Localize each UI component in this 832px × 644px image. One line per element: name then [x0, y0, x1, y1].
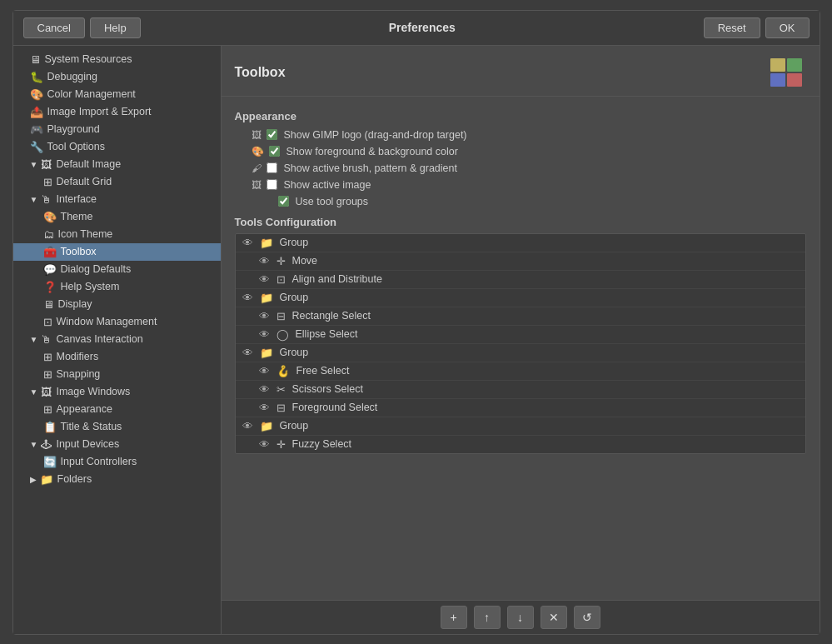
- tool-row-group-2[interactable]: 👁 📁 Group: [236, 289, 805, 307]
- sidebar-item-snapping[interactable]: ⊞ Snapping: [13, 366, 221, 383]
- vis-icon-move: 👁: [259, 255, 270, 267]
- sidebar-item-help-system[interactable]: ❓ Help System: [13, 278, 221, 296]
- folder-icon-group3: 📁: [260, 347, 273, 359]
- main-panel: Toolbox Appearance 🖼 Show GIMP logo (dra…: [222, 46, 820, 634]
- sidebar-item-icon-theme[interactable]: 🗂 Icon Theme: [13, 226, 221, 243]
- titlebar: Cancel Help Preferences Reset OK: [13, 11, 820, 46]
- image-windows-arrow: ▼: [30, 387, 38, 397]
- delete-tool-button[interactable]: ✕: [541, 606, 567, 629]
- tool-row-align[interactable]: 👁 ⊡ Align and Distribute: [236, 271, 805, 289]
- snapping-icon: ⊞: [43, 368, 52, 381]
- show-fg-bg-checkbox[interactable]: [269, 146, 280, 157]
- show-gimp-logo-checkbox[interactable]: [267, 129, 277, 140]
- playground-icon: 🎮: [30, 123, 43, 136]
- titlebar-right-buttons: Reset OK: [704, 17, 810, 38]
- tool-row-move[interactable]: 👁 ✛ Move: [236, 252, 805, 271]
- tool-row-ellipse-select[interactable]: 👁 ◯ Ellipse Select: [236, 326, 805, 344]
- sidebar-item-debugging[interactable]: 🐛 Debugging: [13, 68, 221, 86]
- sidebar-item-playground[interactable]: 🎮 Playground: [13, 121, 221, 138]
- reset-tools-button[interactable]: ↺: [574, 606, 600, 629]
- show-active-brush-checkbox[interactable]: [267, 162, 277, 173]
- folder-icon-group2: 📁: [260, 292, 273, 304]
- tool-row-free-select[interactable]: 👁 🪝 Free Select: [236, 362, 805, 381]
- show-fg-bg-label: Show foreground & background color: [286, 146, 458, 157]
- tool-row-rect-select[interactable]: 👁 ⊟ Rectangle Select: [236, 307, 805, 326]
- sidebar-item-dialog-defaults[interactable]: 💬 Dialog Defaults: [13, 261, 221, 278]
- tool-row-group-4[interactable]: 👁 📁 Group: [236, 417, 805, 436]
- show-gimp-logo-row: 🖼 Show GIMP logo (drag-and-drop target): [235, 129, 806, 141]
- show-active-image-pre-icon: 🖼: [252, 179, 262, 191]
- tool-row-foreground-select[interactable]: 👁 ⊟ Foreground Select: [236, 399, 805, 417]
- sidebar-item-canvas-interaction[interactable]: ▼ 🖱 Canvas Interaction: [13, 331, 221, 348]
- tool-name-group1: Group: [280, 237, 309, 248]
- show-active-image-checkbox[interactable]: [267, 179, 277, 190]
- toolbox-icon: 🧰: [43, 246, 57, 258]
- title-status-icon: 📋: [43, 421, 57, 433]
- sidebar-item-display[interactable]: 🖥 Display: [13, 296, 221, 313]
- tool-name-ellipse-select: Ellipse Select: [296, 328, 358, 340]
- tool-row-group-3[interactable]: 👁 📁 Group: [236, 344, 805, 362]
- toolbox-panel-icon: [766, 56, 806, 89]
- reset-button[interactable]: Reset: [704, 17, 760, 38]
- sidebar-item-input-devices[interactable]: ▼ 🕹 Input Devices: [13, 436, 221, 453]
- tool-name-align: Align and Distribute: [292, 273, 382, 285]
- interface-icon: 🖱: [41, 193, 52, 206]
- show-active-brush-label: Show active brush, pattern & gradient: [284, 162, 457, 174]
- sidebar-item-modifiers[interactable]: ⊞ Modifiers: [13, 348, 221, 366]
- sidebar-item-window-management[interactable]: ⊡ Window Management: [13, 313, 221, 331]
- sidebar-item-tool-options[interactable]: 🔧 Tool Options: [13, 138, 221, 156]
- sidebar-item-default-image[interactable]: ▼ 🖼 Default Image: [13, 156, 221, 173]
- sidebar-item-toolbox[interactable]: 🧰 Toolbox: [13, 243, 221, 261]
- tool-row-group-1[interactable]: 👁 📁 Group: [236, 234, 805, 252]
- ellipse-select-icon: ◯: [277, 328, 289, 341]
- sidebar-item-theme[interactable]: 🎨 Theme: [13, 208, 221, 226]
- sidebar-item-system-resources[interactable]: 🖥 System Resources: [13, 51, 221, 68]
- content-area: 🖥 System Resources 🐛 Debugging 🎨 Color M…: [13, 46, 820, 634]
- tool-name-move: Move: [292, 255, 318, 267]
- tool-row-scissors-select[interactable]: 👁 ✂ Scissors Select: [236, 381, 805, 399]
- bottom-toolbar: + ↑ ↓ ✕ ↺: [222, 600, 820, 634]
- vis-icon-fg-select: 👁: [259, 402, 270, 414]
- ok-button[interactable]: OK: [765, 17, 810, 38]
- vis-icon-free: 👁: [259, 365, 270, 377]
- panel-title: Toolbox: [235, 65, 286, 80]
- window-management-icon: ⊡: [43, 316, 52, 328]
- show-fg-bg-row: 🎨 Show foreground & background color: [235, 146, 806, 157]
- sidebar-item-appearance[interactable]: ⊞ Appearance: [13, 401, 221, 418]
- preferences-dialog: Cancel Help Preferences Reset OK 🖥 Syste…: [12, 10, 820, 635]
- vis-icon-align: 👁: [259, 273, 270, 286]
- add-tool-button[interactable]: +: [441, 606, 467, 629]
- help-button[interactable]: Help: [90, 17, 141, 38]
- sidebar-item-interface[interactable]: ▼ 🖱 Interface: [13, 191, 221, 208]
- use-tool-groups-checkbox[interactable]: [278, 196, 289, 207]
- show-gimp-logo-pre-icon: 🖼: [252, 129, 262, 141]
- theme-icon: 🎨: [43, 211, 57, 223]
- appearance-section-title: Appearance: [235, 110, 806, 122]
- sidebar-item-input-controllers[interactable]: 🔄 Input Controllers: [13, 453, 221, 471]
- tool-name-group2: Group: [280, 292, 309, 303]
- sidebar-item-title-status[interactable]: 📋 Title & Status: [13, 418, 221, 436]
- move-up-button[interactable]: ↑: [474, 606, 501, 629]
- default-image-icon: 🖼: [41, 158, 52, 171]
- move-down-button[interactable]: ↓: [507, 606, 534, 629]
- tool-name-group4: Group: [280, 420, 309, 432]
- folder-icon-group4: 📁: [260, 420, 273, 432]
- vis-icon-group2: 👁: [242, 292, 253, 304]
- sidebar-item-image-windows[interactable]: ▼ 🖼 Image Windows: [13, 383, 221, 401]
- image-import-export-icon: 📤: [30, 106, 43, 118]
- align-tool-icon: ⊡: [277, 273, 286, 286]
- sidebar-item-color-management[interactable]: 🎨 Color Management: [13, 86, 221, 103]
- sidebar-item-image-import-export[interactable]: 📤 Image Import & Export: [13, 103, 221, 121]
- show-active-brush-pre-icon: 🖌: [252, 162, 262, 174]
- rect-select-icon: ⊟: [277, 310, 286, 322]
- tool-name-rect-select: Rectangle Select: [292, 310, 371, 322]
- cancel-button[interactable]: Cancel: [23, 17, 85, 38]
- sidebar-item-folders[interactable]: ▶ 📁 Folders: [13, 471, 221, 488]
- sidebar-item-default-grid[interactable]: ⊞ Default Grid: [13, 173, 221, 191]
- debugging-icon: 🐛: [30, 71, 43, 83]
- scissors-icon: ✂: [277, 383, 286, 396]
- tool-row-fuzzy-select[interactable]: 👁 ✛ Fuzzy Select: [236, 436, 805, 453]
- help-system-icon: ❓: [43, 281, 57, 293]
- folders-icon: 📁: [40, 473, 53, 486]
- tool-name-fuzzy-select: Fuzzy Select: [292, 438, 352, 450]
